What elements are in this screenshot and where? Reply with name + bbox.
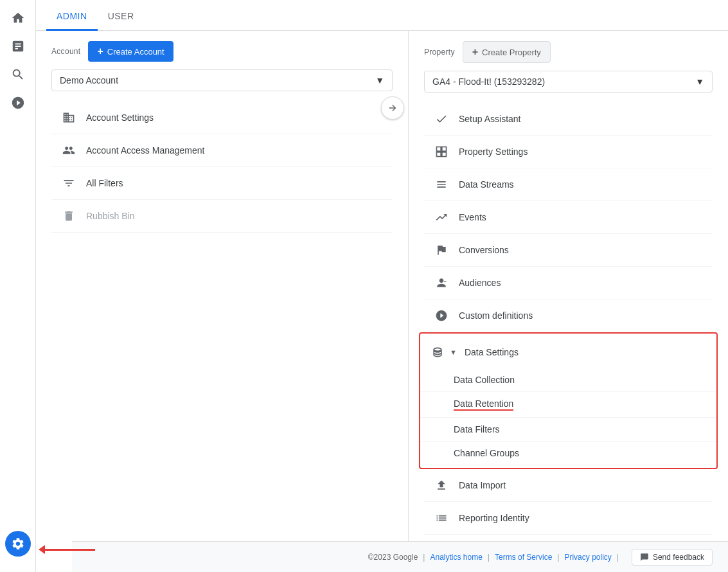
svg-rect-1 xyxy=(442,147,447,152)
plus-icon: + xyxy=(97,46,103,57)
create-account-label: Create Account xyxy=(107,47,164,57)
trash-icon xyxy=(62,209,76,223)
all-filters-label: All Filters xyxy=(86,178,123,188)
data-settings-label: Data Settings xyxy=(465,347,519,357)
property-settings-label: Property Settings xyxy=(459,147,528,157)
top-tabs: ADMIN USER xyxy=(36,0,728,31)
tab-user[interactable]: USER xyxy=(98,3,145,31)
database-icon xyxy=(431,345,445,359)
feedback-icon xyxy=(640,553,649,562)
events-item[interactable]: Events xyxy=(424,201,713,234)
events-label: Events xyxy=(459,212,486,222)
property-dropdown-value: GA4 - Flood-It! (153293282) xyxy=(432,76,545,87)
chevron-down-icon: ▼ xyxy=(375,75,384,85)
account-access-label: Account Access Management xyxy=(86,145,204,156)
property-dropdown[interactable]: GA4 - Flood-It! (153293282) ▼ xyxy=(424,71,713,93)
footer-divider-2: | xyxy=(488,553,490,562)
account-settings-label: Account Settings xyxy=(86,112,154,123)
property-label: Property xyxy=(424,48,455,57)
conversions-item[interactable]: Conversions xyxy=(424,234,713,267)
data-collection-label: Data Collection xyxy=(454,375,515,385)
terms-link[interactable]: Terms of Service xyxy=(495,553,552,562)
reporting-identity-label: Reporting Identity xyxy=(459,513,529,523)
account-settings-item[interactable]: Account Settings xyxy=(51,102,393,134)
custom-icon xyxy=(434,308,448,323)
data-retention-item[interactable]: Data Retention xyxy=(420,392,716,418)
account-header-left: Account + Create Account xyxy=(51,41,173,62)
rubbish-bin-item: Rubbish Bin xyxy=(51,200,393,233)
property-panel-header: Property + Create Property xyxy=(424,41,713,63)
create-property-label: Create Property xyxy=(482,48,541,57)
debugview-item[interactable]: DebugView xyxy=(424,535,713,541)
expand-arrow-icon: ▼ xyxy=(450,348,457,356)
settings-button[interactable] xyxy=(5,531,31,557)
setup-assistant-label: Setup Assistant xyxy=(459,114,521,124)
events-icon xyxy=(434,210,448,224)
svg-rect-2 xyxy=(437,152,441,157)
check-icon xyxy=(434,112,448,126)
send-feedback-button[interactable]: Send feedback xyxy=(632,549,713,566)
account-dropdown[interactable]: Demo Account ▼ xyxy=(51,69,393,91)
rubbish-bin-label: Rubbish Bin xyxy=(86,211,135,221)
data-streams-label: Data Streams xyxy=(459,179,514,190)
building-icon xyxy=(62,111,76,125)
reporting-identity-item[interactable]: Reporting Identity xyxy=(424,502,713,535)
data-import-item[interactable]: Data Import xyxy=(424,469,713,502)
account-label: Account xyxy=(51,47,80,56)
tab-admin[interactable]: ADMIN xyxy=(46,3,98,31)
sidebar-item-home[interactable] xyxy=(5,5,31,31)
data-retention-label: Data Retention xyxy=(454,398,513,411)
data-import-label: Data Import xyxy=(459,480,506,490)
footer-divider-1: | xyxy=(423,553,425,562)
main-content: ADMIN USER Account + Create Account Demo… xyxy=(36,0,728,572)
footer-divider-3: | xyxy=(557,553,559,562)
account-panel: Account + Create Account Demo Account ▼ xyxy=(36,31,409,541)
setup-assistant-item[interactable]: Setup Assistant xyxy=(424,103,713,136)
conversions-icon xyxy=(434,243,448,257)
audiences-label: Audiences xyxy=(459,278,501,288)
all-filters-item[interactable]: All Filters xyxy=(51,167,393,200)
channel-groups-item[interactable]: Channel Groups xyxy=(420,442,716,465)
sidebar-item-explore[interactable] xyxy=(5,62,31,87)
sidebar-item-reports[interactable] xyxy=(5,33,31,59)
custom-definitions-label: Custom definitions xyxy=(459,310,533,321)
sidebar xyxy=(0,0,36,572)
plus-icon-property: + xyxy=(472,46,478,58)
create-account-button[interactable]: + Create Account xyxy=(88,41,173,62)
data-collection-item[interactable]: Data Collection xyxy=(420,368,716,392)
account-panel-inner: Demo Account ▼ Account Settings xyxy=(51,69,393,233)
data-settings-box: ▼ Data Settings Data Collection Data Ret… xyxy=(419,332,718,469)
property-settings-item[interactable]: Property Settings xyxy=(424,136,713,168)
account-panel-header: Account + Create Account xyxy=(51,41,393,62)
chevron-down-property-icon: ▼ xyxy=(695,76,704,87)
channel-groups-label: Channel Groups xyxy=(454,448,519,458)
audiences-item[interactable]: Audiences xyxy=(424,267,713,299)
data-filters-label: Data Filters xyxy=(454,424,500,434)
privacy-link[interactable]: Privacy policy xyxy=(564,553,611,562)
account-dropdown-value: Demo Account xyxy=(60,75,118,85)
sidebar-bottom xyxy=(5,531,31,557)
account-access-management-item[interactable]: Account Access Management xyxy=(51,134,393,167)
conversions-label: Conversions xyxy=(459,245,509,255)
data-streams-item[interactable]: Data Streams xyxy=(424,168,713,201)
sidebar-item-advertising[interactable] xyxy=(5,90,31,116)
analytics-home-link[interactable]: Analytics home xyxy=(430,553,482,562)
content-area: Account + Create Account Demo Account ▼ xyxy=(36,31,728,541)
import-icon xyxy=(434,478,448,492)
data-filters-item[interactable]: Data Filters xyxy=(420,418,716,442)
data-settings-item[interactable]: ▼ Data Settings xyxy=(420,336,716,368)
footer: ©2023 Google | Analytics home | Terms of… xyxy=(72,541,728,572)
filter-icon xyxy=(62,176,76,190)
footer-divider-4: | xyxy=(617,553,619,562)
footer-copyright: ©2023 Google xyxy=(368,553,418,562)
create-property-button[interactable]: + Create Property xyxy=(463,41,551,63)
property-icon xyxy=(434,145,448,159)
svg-rect-0 xyxy=(437,147,441,152)
streams-icon xyxy=(434,177,448,192)
send-feedback-label: Send feedback xyxy=(653,553,704,562)
svg-rect-3 xyxy=(442,152,447,157)
custom-definitions-item[interactable]: Custom definitions xyxy=(424,299,713,332)
transfer-button[interactable] xyxy=(381,96,404,120)
reporting-icon xyxy=(434,511,448,525)
property-panel: Property + Create Property GA4 - Flood-I… xyxy=(409,31,728,541)
